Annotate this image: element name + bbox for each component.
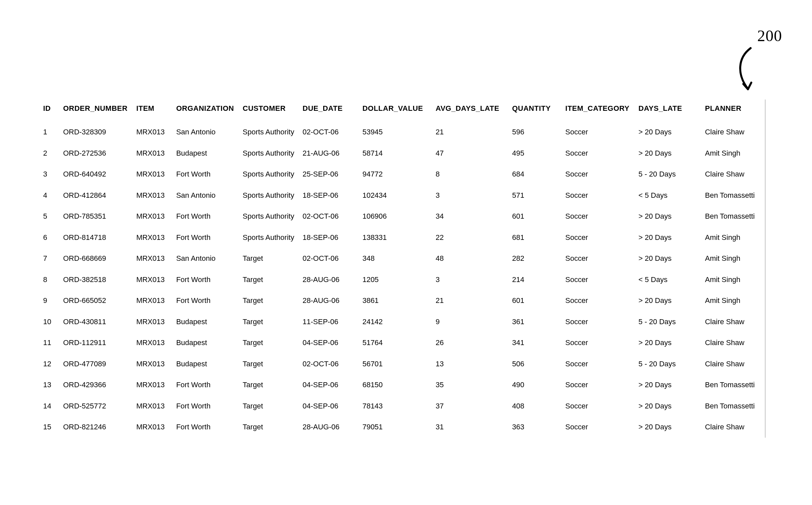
cell-quantity: 361: [509, 311, 562, 332]
cell-days-late: > 20 Days: [635, 227, 701, 248]
cell-due-date: 02-OCT-06: [299, 206, 359, 227]
cell-order-number: ORD-112911: [60, 332, 133, 353]
cell-avg-days-late: 31: [432, 416, 509, 438]
col-id: ID: [40, 100, 60, 122]
cell-quantity: 684: [509, 164, 562, 185]
cell-organization: San Antonio: [173, 122, 239, 143]
table-row: 5ORD-785351MRX013Fort WorthSports Author…: [40, 206, 762, 227]
cell-order-number: ORD-814718: [60, 227, 133, 248]
table-header: ID ORDER_NUMBER ITEM ORGANIZATION CUSTOM…: [40, 100, 762, 122]
cell-id: 11: [40, 332, 60, 353]
cell-planner: Amit Singh: [701, 248, 762, 269]
cell-organization: San Antonio: [173, 248, 239, 269]
cell-customer: Sports Authority: [239, 206, 299, 227]
table-row: 13ORD-429366MRX013Fort WorthTarget04-SEP…: [40, 374, 762, 395]
table-row: 8ORD-382518MRX013Fort WorthTarget28-AUG-…: [40, 269, 762, 290]
cell-item: MRX013: [133, 332, 173, 353]
cell-id: 1: [40, 122, 60, 143]
cell-item: MRX013: [133, 122, 173, 143]
cell-avg-days-late: 3: [432, 269, 509, 290]
cell-item: MRX013: [133, 206, 173, 227]
table-row: 9ORD-665052MRX013Fort WorthTarget28-AUG-…: [40, 290, 762, 311]
cell-order-number: ORD-272536: [60, 143, 133, 164]
cell-days-late: > 20 Days: [635, 248, 701, 269]
cell-organization: Fort Worth: [173, 395, 239, 417]
cell-dollar-value: 106906: [359, 206, 432, 227]
cell-quantity: 214: [509, 269, 562, 290]
figure-label: 200: [757, 26, 782, 45]
cell-days-late: > 20 Days: [635, 374, 701, 395]
cell-organization: Fort Worth: [173, 269, 239, 290]
cell-organization: Fort Worth: [173, 290, 239, 311]
cell-item: MRX013: [133, 416, 173, 438]
cell-id: 6: [40, 227, 60, 248]
col-days-late: DAYS_LATE: [635, 100, 701, 122]
cell-order-number: ORD-668669: [60, 248, 133, 269]
cell-item: MRX013: [133, 311, 173, 332]
cell-planner: Ben Tomassetti: [701, 206, 762, 227]
cell-due-date: 28-AUG-06: [299, 290, 359, 311]
cell-due-date: 18-SEP-06: [299, 227, 359, 248]
cell-avg-days-late: 37: [432, 395, 509, 417]
cell-quantity: 601: [509, 206, 562, 227]
cell-days-late: > 20 Days: [635, 206, 701, 227]
cell-quantity: 408: [509, 395, 562, 417]
cell-item-category: Soccer: [562, 122, 635, 143]
cell-customer: Sports Authority: [239, 185, 299, 206]
cell-dollar-value: 78143: [359, 395, 432, 417]
cell-due-date: 02-OCT-06: [299, 122, 359, 143]
table-row: 6ORD-814718MRX013Fort WorthSports Author…: [40, 227, 762, 248]
table-header-row: ID ORDER_NUMBER ITEM ORGANIZATION CUSTOM…: [40, 100, 762, 122]
table-row: 11ORD-112911MRX013BudapestTarget04-SEP-0…: [40, 332, 762, 353]
cell-planner: Ben Tomassetti: [701, 185, 762, 206]
cell-avg-days-late: 22: [432, 227, 509, 248]
cell-days-late: > 20 Days: [635, 122, 701, 143]
cell-due-date: 11-SEP-06: [299, 311, 359, 332]
cell-organization: Budapest: [173, 311, 239, 332]
cell-avg-days-late: 26: [432, 332, 509, 353]
cell-order-number: ORD-785351: [60, 206, 133, 227]
cell-dollar-value: 79051: [359, 416, 432, 438]
cell-due-date: 28-AUG-06: [299, 416, 359, 438]
cell-days-late: < 5 Days: [635, 185, 701, 206]
cell-order-number: ORD-430811: [60, 311, 133, 332]
cell-quantity: 601: [509, 290, 562, 311]
col-customer: CUSTOMER: [239, 100, 299, 122]
cell-due-date: 04-SEP-06: [299, 332, 359, 353]
cell-planner: Claire Shaw: [701, 164, 762, 185]
cell-item: MRX013: [133, 227, 173, 248]
page: 200 ID ORDER_NUMBER ITEM ORGANIZATION CU…: [0, 0, 812, 505]
cell-planner: Claire Shaw: [701, 311, 762, 332]
cell-id: 7: [40, 248, 60, 269]
cell-item-category: Soccer: [562, 395, 635, 417]
cell-item: MRX013: [133, 353, 173, 375]
figure-callout: 200: [709, 26, 782, 86]
cell-planner: Ben Tomassetti: [701, 374, 762, 395]
cell-days-late: > 20 Days: [635, 290, 701, 311]
cell-customer: Target: [239, 269, 299, 290]
cell-dollar-value: 53945: [359, 122, 432, 143]
cell-organization: Fort Worth: [173, 227, 239, 248]
cell-due-date: 04-SEP-06: [299, 395, 359, 417]
cell-id: 8: [40, 269, 60, 290]
cell-order-number: ORD-665052: [60, 290, 133, 311]
cell-organization: Budapest: [173, 332, 239, 353]
cell-organization: Budapest: [173, 353, 239, 375]
cell-order-number: ORD-477089: [60, 353, 133, 375]
cell-item-category: Soccer: [562, 227, 635, 248]
cell-days-late: 5 - 20 Days: [635, 311, 701, 332]
cell-item-category: Soccer: [562, 185, 635, 206]
cell-customer: Sports Authority: [239, 227, 299, 248]
cell-dollar-value: 102434: [359, 185, 432, 206]
table-row: 2ORD-272536MRX013BudapestSports Authorit…: [40, 143, 762, 164]
col-order-number: ORDER_NUMBER: [60, 100, 133, 122]
cell-organization: San Antonio: [173, 185, 239, 206]
cell-avg-days-late: 13: [432, 353, 509, 375]
col-item: ITEM: [133, 100, 173, 122]
cell-due-date: 02-OCT-06: [299, 353, 359, 375]
cell-order-number: ORD-525772: [60, 395, 133, 417]
cell-dollar-value: 138331: [359, 227, 432, 248]
cell-item: MRX013: [133, 185, 173, 206]
cell-dollar-value: 51764: [359, 332, 432, 353]
cell-days-late: > 20 Days: [635, 143, 701, 164]
